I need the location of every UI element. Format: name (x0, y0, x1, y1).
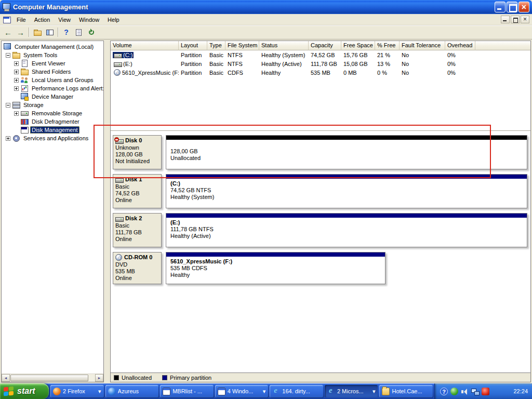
messenger-tray-icon[interactable] (450, 388, 458, 395)
column-header-file-system[interactable]: File System (225, 41, 259, 50)
column-header-type[interactable]: Type (207, 41, 225, 50)
up-one-level-icon[interactable] (31, 26, 43, 38)
tree-item-computer-management[interactable]: Computer Management (Local) (2, 43, 103, 51)
disk-name: CD-ROM 0 (124, 254, 152, 261)
shared-folders-icon (20, 68, 29, 75)
partition-label: (E:) (170, 219, 523, 226)
volume-row-e[interactable]: (E:) Partition Basic NTFS Healthy (Activ… (111, 59, 530, 68)
titlebar[interactable]: Computer Management (0, 0, 532, 14)
volume-type: Basic (207, 70, 225, 76)
taskbar-button-azureus[interactable]: Azureus (105, 385, 159, 397)
volume-list-pane: Volume Layout Type File System Status Ca… (111, 41, 530, 130)
back-icon[interactable] (2, 26, 14, 38)
column-header-fault-tolerance[interactable]: Fault Tolerance (400, 41, 445, 50)
tree-item-local-users-and-groups[interactable]: Local Users and Groups (2, 76, 103, 84)
tree-item-performance-logs[interactable]: Performance Logs and Alert: (2, 84, 103, 92)
taskbar-button-hotel-folder[interactable]: Hotel.Cae... (379, 385, 433, 397)
column-header-volume[interactable]: Volume (111, 41, 179, 50)
details-pane: Volume Layout Type File System Status Ca… (110, 41, 531, 382)
column-header-layout[interactable]: Layout (179, 41, 207, 50)
refresh-icon[interactable] (85, 26, 97, 38)
cdrom0-label-box[interactable]: CD-ROM 0 DVD 535 MB Online (113, 252, 162, 284)
partition-size: 535 MB CDFS (170, 265, 381, 272)
tree-item-disk-management[interactable]: Disk Management (2, 126, 103, 134)
disk-state: Online (115, 236, 159, 243)
disk2-label-box[interactable]: Disk 2 Basic 111,78 GB Online (113, 213, 162, 247)
tree-item-storage[interactable]: Storage (2, 101, 103, 109)
taskbar-button-microsoft-group[interactable]: 2 Micros... (325, 385, 378, 397)
menu-action[interactable]: Action (30, 15, 55, 24)
scroll-left-arrow[interactable]: ◄ (2, 374, 10, 382)
column-header-overhead[interactable]: Overhead (445, 41, 475, 50)
menu-file[interactable]: File (12, 15, 30, 24)
mdi-close-button[interactable] (521, 16, 529, 23)
disk0-label-box[interactable]: Disk 0 Unknown 128,00 GB Not Initialized (113, 135, 162, 169)
help-tray-icon[interactable] (440, 388, 448, 395)
scrollbar-thumb[interactable] (10, 375, 88, 381)
mdi-minimize-button[interactable] (501, 16, 510, 23)
expand-expander[interactable] (14, 78, 19, 83)
volume-tray-icon[interactable] (461, 388, 469, 395)
help-icon[interactable] (60, 26, 72, 38)
volume-row-c[interactable]: (C:) Partition Basic NTFS Healthy (Syste… (111, 50, 530, 59)
forward-icon[interactable] (15, 26, 26, 38)
disk2-partition-e[interactable]: (E:) 111,78 GB NTFS Healthy (Active) (166, 213, 527, 247)
collapse-expander[interactable] (6, 53, 10, 58)
horizontal-scrollbar[interactable]: ◄ ► (2, 374, 103, 382)
legend-primary-partition: Primary partition (162, 375, 211, 381)
volume-row-f[interactable]: 5610_XpressMusic (F:) Partition Basic CD… (111, 68, 530, 77)
taskbar-button-label: Hotel.Cae... (392, 388, 430, 394)
taskbar-button-label: 4 Windo... (228, 388, 260, 394)
tree-item-services-and-applications[interactable]: Services and Applications (2, 134, 103, 142)
menu-view[interactable]: View (54, 15, 75, 24)
expand-expander[interactable] (14, 70, 19, 74)
mdi-restore-button[interactable] (511, 16, 520, 23)
scroll-right-arrow[interactable]: ► (95, 374, 103, 382)
security-tray-icon[interactable] (482, 388, 489, 395)
system-tools-icon (12, 51, 20, 59)
column-header-capacity[interactable]: Capacity (309, 41, 341, 50)
collapse-expander[interactable] (6, 103, 10, 108)
volume-layout: Partition (179, 61, 207, 67)
pane-splitter[interactable] (106, 41, 108, 382)
tree-item-shared-folders[interactable]: Shared Folders (2, 68, 103, 76)
disk1-partition-c[interactable]: (C:) 74,52 GB NTFS Healthy (System) (166, 174, 527, 208)
network-tray-icon[interactable] (471, 388, 479, 395)
menubar: File Action View Window Help (0, 14, 532, 25)
cdrom0-partition-f[interactable]: 5610_XpressMusic (F:) 535 MB CDFS Health… (166, 252, 385, 284)
column-header-percent-free[interactable]: % Free (375, 41, 400, 50)
tree-item-system-tools[interactable]: System Tools (2, 51, 103, 59)
unallocated-stripe (166, 136, 527, 140)
disk-state: Not Initialized (115, 158, 159, 165)
column-header-free-space[interactable]: Free Space (341, 41, 375, 50)
start-button[interactable]: start (0, 383, 49, 399)
toolbar-separator (58, 28, 58, 37)
minimize-button[interactable] (495, 2, 506, 12)
disk0-unallocated-region[interactable]: 128,00 GB Unallocated (166, 135, 527, 169)
tree-item-disk-defragmenter[interactable]: Disk Defragmenter (2, 117, 103, 126)
taskbar-button-164-dirty[interactable]: 164. dirty... (270, 385, 323, 397)
tree-item-removable-storage[interactable]: Removable Storage (2, 109, 103, 117)
expand-expander[interactable] (14, 111, 19, 116)
menu-window[interactable]: Window (75, 15, 103, 24)
partition-size: 111,78 GB NTFS (170, 226, 523, 233)
expand-expander[interactable] (14, 61, 19, 66)
column-header-status[interactable]: Status (259, 41, 309, 50)
expand-expander[interactable] (6, 136, 10, 141)
taskbar-button-mbrlist[interactable]: MBRlist - ... (160, 385, 214, 397)
tree-item-event-viewer[interactable]: Event Viewer (2, 59, 103, 68)
properties-icon[interactable] (73, 26, 85, 38)
tree-item-device-manager[interactable]: Device Manager (2, 92, 103, 101)
disk-row-cdrom0: CD-ROM 0 DVD 535 MB Online 5610_XpressMu… (113, 252, 527, 284)
legend-label: Unallocated (122, 375, 152, 381)
taskbar-clock: 22:24 (513, 388, 528, 394)
taskbar-button-firefox-group[interactable]: 2 Firefox (50, 385, 104, 397)
show-console-tree-icon[interactable] (44, 26, 56, 38)
taskbar-button-windows-group[interactable]: 4 Windo... (215, 385, 269, 397)
close-button[interactable] (518, 2, 529, 12)
maximize-button[interactable] (507, 2, 517, 12)
menu-help[interactable]: Help (103, 15, 124, 24)
expand-expander[interactable] (14, 86, 19, 91)
disk1-label-box[interactable]: Disk 1 Basic 74,52 GB Online (113, 174, 162, 208)
firefox-icon (53, 388, 61, 395)
